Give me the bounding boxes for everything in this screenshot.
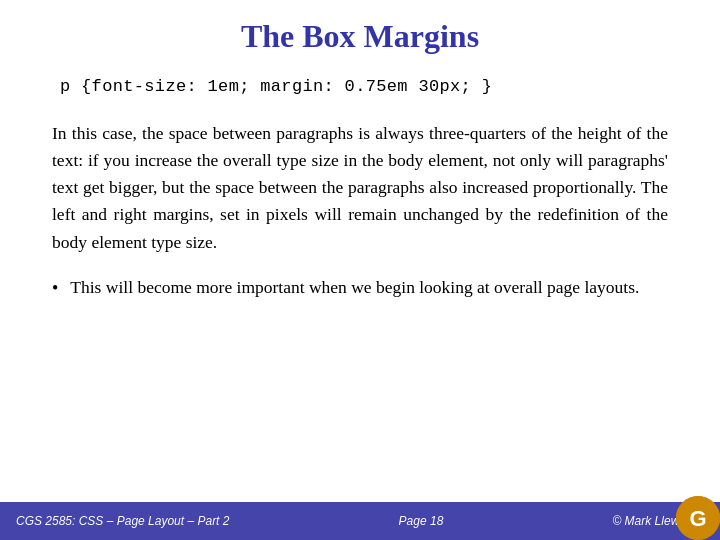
footer-center: Page 18 bbox=[399, 514, 444, 528]
bullet-dot: • bbox=[52, 275, 58, 303]
code-block: p {font-size: 1em; margin: 0.75em 30px; … bbox=[52, 73, 668, 100]
body-paragraph: In this case, the space between paragrap… bbox=[52, 120, 668, 256]
svg-text:G: G bbox=[689, 506, 706, 531]
bullet-item: • This will become more important when w… bbox=[52, 274, 668, 303]
footer-logo: G bbox=[676, 496, 720, 540]
slide: The Box Margins p {font-size: 1em; margi… bbox=[0, 0, 720, 540]
slide-content: The Box Margins p {font-size: 1em; margi… bbox=[0, 0, 720, 502]
slide-title: The Box Margins bbox=[52, 18, 668, 55]
bullet-text: This will become more important when we … bbox=[70, 274, 639, 301]
footer-left: CGS 2585: CSS – Page Layout – Part 2 bbox=[16, 514, 229, 528]
slide-footer: CGS 2585: CSS – Page Layout – Part 2 Pag… bbox=[0, 502, 720, 540]
